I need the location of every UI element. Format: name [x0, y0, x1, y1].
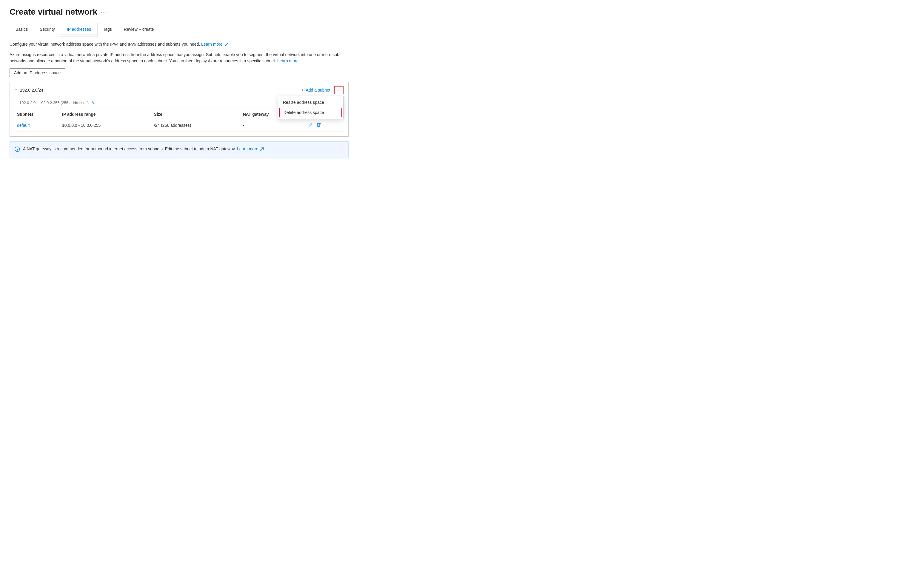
external-link-icon-nat	[260, 147, 264, 151]
address-space-right: + Add a subnet ··· Resize address space …	[301, 86, 343, 94]
range-edit-icon[interactable]: ✎	[92, 100, 95, 105]
action-icons-cell	[305, 119, 343, 132]
external-link-icon-1	[225, 43, 228, 46]
plus-icon: +	[301, 87, 304, 93]
col-ip-range: IP address range	[60, 109, 152, 119]
add-ip-address-space-button[interactable]: Add an IP address space	[10, 68, 65, 77]
address-space-ellipsis-button[interactable]: ···	[334, 86, 343, 94]
action-icons	[308, 122, 341, 128]
address-space-context-menu: Resize address space Delete address spac…	[278, 96, 343, 119]
nat-learn-more-link[interactable]: Learn more	[237, 147, 264, 151]
subnet-name-cell: default	[15, 119, 60, 132]
address-space-panel: ⌃ 192.0.2.0/24 + Add a subnet ··· Resize…	[10, 82, 348, 137]
delete-address-space-item[interactable]: Delete address space	[279, 108, 342, 117]
svg-point-1	[17, 148, 18, 148]
edit-subnet-icon[interactable]	[308, 122, 313, 128]
ip-range-cell: 10.0.0.0 - 10.0.0.255	[60, 119, 152, 132]
nat-notice: A NAT gateway is recommended for outboun…	[10, 142, 348, 158]
description-1: Configure your virtual network address s…	[10, 41, 348, 48]
subnet-link[interactable]: default	[17, 123, 30, 128]
table-row: default 10.0.0.0 - 10.0.0.255 /24 (256 a…	[15, 119, 343, 132]
address-space-left: ⌃ 192.0.2.0/24	[15, 88, 43, 92]
nat-gateway-cell: -	[241, 119, 305, 132]
tab-security[interactable]: Security	[34, 24, 61, 35]
tab-basics[interactable]: Basics	[10, 24, 34, 35]
nat-notice-text: A NAT gateway is recommended for outboun…	[23, 146, 343, 152]
page-title-row: Create virtual network ···	[10, 7, 348, 17]
size-cell: /24 (256 addresses)	[152, 119, 241, 132]
address-space-cidr: 192.0.2.0/24	[20, 88, 43, 92]
chevron-up-icon: ⌃	[15, 88, 18, 92]
page-more-icon[interactable]: ···	[101, 9, 107, 15]
learn-more-link-2[interactable]: Learn more	[277, 58, 299, 63]
page-title: Create virtual network	[10, 7, 97, 17]
tab-review-create[interactable]: Review + create	[118, 24, 160, 35]
info-icon	[15, 147, 20, 154]
learn-more-link-1[interactable]: Learn more	[201, 42, 228, 46]
tab-ip-addresses[interactable]: IP addresses	[61, 24, 97, 35]
add-subnet-button[interactable]: + Add a subnet	[301, 87, 330, 93]
tab-bar: Basics Security IP addresses Tags Review…	[10, 24, 348, 35]
col-subnets: Subnets	[15, 109, 60, 119]
address-space-header: ⌃ 192.0.2.0/24 + Add a subnet ··· Resize…	[10, 82, 348, 98]
description-2: Azure assigns resources in a virtual net…	[10, 52, 348, 64]
delete-subnet-icon[interactable]	[316, 122, 321, 128]
tab-tags[interactable]: Tags	[97, 24, 118, 35]
col-size: Size	[152, 109, 241, 119]
resize-address-space-item[interactable]: Resize address space	[278, 97, 343, 107]
